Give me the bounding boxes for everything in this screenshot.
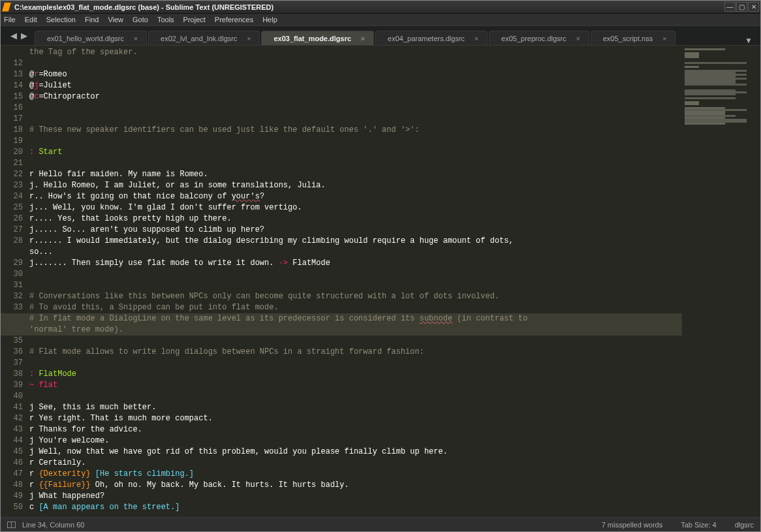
menu-help[interactable]: Help xyxy=(262,16,277,23)
statusbar: Line 34, Column 60 7 misspelled words Ta… xyxy=(1,517,760,531)
window-title: C:\examples\ex03_flat_mode.dlgsrc (base)… xyxy=(14,3,724,11)
code-line[interactable]: r Certainly. xyxy=(29,458,682,469)
code-line[interactable]: # To avoid this, a Snipped can be put in… xyxy=(29,302,682,313)
code-line[interactable]: @j=Juliet xyxy=(29,80,682,91)
tab-label: ex04_parameters.dlgsrc xyxy=(388,35,465,42)
code-line[interactable] xyxy=(29,391,682,402)
minimize-button[interactable]: — xyxy=(724,2,736,12)
status-tabsize[interactable]: Tab Size: 4 xyxy=(681,521,716,529)
code-line[interactable] xyxy=(29,358,682,369)
code-line[interactable]: j. Hello Romeo, I am Juliet, or as in so… xyxy=(29,180,682,191)
code-line[interactable]: # Conversations like this between NPCs o… xyxy=(29,291,682,302)
code-line[interactable]: j See, this is much better. xyxy=(29,402,682,413)
code-line[interactable] xyxy=(29,102,682,114)
status-syntax[interactable]: dlgsrc xyxy=(735,521,754,529)
app-icon xyxy=(2,3,11,12)
menu-view[interactable]: View xyxy=(108,16,123,23)
code-line[interactable]: : FlatMode xyxy=(29,369,682,380)
menu-selection[interactable]: Selection xyxy=(46,16,76,23)
code-line[interactable]: j What happened? xyxy=(29,491,682,502)
tab-ex05_preproc-dlgsrc[interactable]: ex05_preproc.dlgsrc× xyxy=(489,31,589,45)
code-line[interactable]: r {{Failure}} Oh, oh no. My back. My bac… xyxy=(29,480,682,491)
code-line[interactable] xyxy=(29,114,682,125)
editor-area: 1213141516171819202122232425262728293031… xyxy=(1,46,760,517)
tabs-dropdown-icon[interactable]: ▼ xyxy=(739,36,758,45)
tab-ex05_script-nss[interactable]: ex05_script.nss× xyxy=(591,31,676,45)
tab-ex04_parameters-dlgsrc[interactable]: ex04_parameters.dlgsrc× xyxy=(375,31,488,45)
code-line[interactable]: c [A man appears on the street.] xyxy=(29,502,682,513)
tab-close-icon[interactable]: × xyxy=(245,35,253,42)
code-line[interactable] xyxy=(29,158,682,169)
tab-label: ex05_preproc.dlgsrc xyxy=(501,35,567,42)
tabbar: ◀ ▶ ex01_hello_world.dlgsrc×ex02_lvl_and… xyxy=(1,26,760,46)
code-line[interactable]: the Tag of the speaker. xyxy=(29,47,682,58)
close-button[interactable]: ✕ xyxy=(748,2,759,12)
titlebar: C:\examples\ex03_flat_mode.dlgsrc (base)… xyxy=(1,1,760,14)
code-line[interactable]: r Hello fair maiden. My name is Romeo. xyxy=(29,169,682,180)
menu-preferences[interactable]: Preferences xyxy=(215,16,253,23)
status-spell[interactable]: 7 misspelled words xyxy=(602,521,663,529)
code-line[interactable]: : Start xyxy=(29,147,682,158)
menu-edit[interactable]: Edit xyxy=(25,16,37,23)
code-line[interactable]: @c=Chiropractor xyxy=(29,91,682,102)
code-line[interactable]: j You're welcome. xyxy=(29,435,682,446)
code-line[interactable]: @r=Romeo xyxy=(29,69,682,80)
tab-ex01_hello_world-dlgsrc[interactable]: ex01_hello_world.dlgsrc× xyxy=(35,31,147,45)
code-line[interactable]: r Thanks for the advice. xyxy=(29,424,682,435)
status-position[interactable]: Line 34, Column 60 xyxy=(22,521,84,529)
code-line[interactable]: # Flat mode allows to write long dialogs… xyxy=(29,347,682,358)
menu-tools[interactable]: Tools xyxy=(157,16,174,23)
menu-find[interactable]: Find xyxy=(85,16,99,23)
menu-goto[interactable]: Goto xyxy=(132,16,148,23)
code-line[interactable]: r.. How's it going on that nice balcony … xyxy=(29,191,682,202)
code-line[interactable] xyxy=(29,269,682,280)
code-line[interactable]: # These new speaker identifiers can be u… xyxy=(29,125,682,136)
history-fwd-icon[interactable]: ▶ xyxy=(21,31,27,40)
tab-label: ex03_flat_mode.dlgsrc xyxy=(273,35,351,42)
code-editor[interactable]: the Tag of the speaker. @r=Romeo@j=Julie… xyxy=(29,46,682,517)
code-line[interactable]: r.... Yes, that looks pretty high up the… xyxy=(29,213,682,225)
code-line[interactable]: r {Dexterity} [He starts climbing.] xyxy=(29,469,682,480)
tab-label: ex01_hello_world.dlgsrc xyxy=(47,35,124,42)
menubar: File Edit Selection Find View Goto Tools… xyxy=(1,14,760,26)
maximize-button[interactable]: ▢ xyxy=(736,2,747,12)
code-line[interactable]: j... Well, you know. I'm glad I don't su… xyxy=(29,202,682,213)
code-line[interactable]: j....... Then simply use flat mode to wr… xyxy=(29,258,682,269)
code-line[interactable]: j Well, now that we have got rid of this… xyxy=(29,446,682,458)
tab-close-icon[interactable]: × xyxy=(132,35,140,42)
menu-file[interactable]: File xyxy=(4,16,16,23)
tab-label: ex05_script.nss xyxy=(603,35,653,42)
code-line[interactable]: r...... I would immediately, but the dia… xyxy=(29,236,682,247)
code-line[interactable] xyxy=(29,136,682,147)
tab-close-icon[interactable]: × xyxy=(359,35,367,42)
tab-ex03_flat_mode-dlgsrc[interactable]: ex03_flat_mode.dlgsrc× xyxy=(261,31,374,45)
code-line[interactable]: # In flat mode a DialogLine on the same … xyxy=(1,313,682,324)
code-line[interactable]: r Yes right. That is much more compact. xyxy=(29,413,682,424)
history-back-icon[interactable]: ◀ xyxy=(10,31,17,40)
tab-close-icon[interactable]: × xyxy=(473,35,480,42)
menu-project[interactable]: Project xyxy=(183,16,206,23)
code-line[interactable]: j..... So... aren't you supposed to clim… xyxy=(29,225,682,236)
code-line[interactable] xyxy=(29,280,682,291)
tab-close-icon[interactable]: × xyxy=(574,35,582,42)
code-line[interactable] xyxy=(29,58,682,69)
line-gutter: 1213141516171819202122232425262728293031… xyxy=(1,46,29,517)
code-line[interactable] xyxy=(29,336,682,347)
panel-switch-icon[interactable] xyxy=(7,522,16,528)
tab-ex02_lvl_and_lnk-dlgsrc[interactable]: ex02_lvl_and_lnk.dlgsrc× xyxy=(148,31,260,45)
code-line[interactable]: ~ flat xyxy=(29,380,682,391)
minimap[interactable] xyxy=(682,46,760,517)
tab-label: ex02_lvl_and_lnk.dlgsrc xyxy=(161,35,237,42)
tab-close-icon[interactable]: × xyxy=(660,35,668,42)
